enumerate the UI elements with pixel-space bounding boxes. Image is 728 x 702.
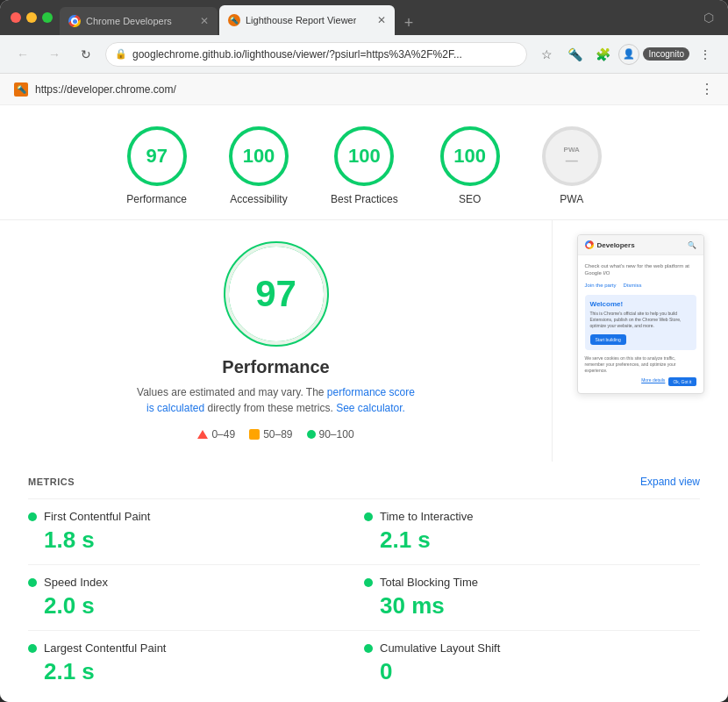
legend-green: 90–100 (307, 428, 354, 441)
score-performance[interactable]: 97 Performance (126, 126, 187, 205)
metric-si: Speed Index 2.0 s (28, 564, 364, 630)
desc-text: Values are estimated and may vary. The (137, 386, 327, 398)
page-favicon: 🔦 (14, 82, 28, 97)
screenshot-site-title: Developers (597, 241, 635, 249)
metrics-grid: First Contentful Paint 1.8 s Time to Int… (28, 498, 700, 696)
page-url-menu-icon[interactable]: ⋮ (700, 81, 714, 97)
screenshot-chrome-icon (585, 240, 594, 249)
lcp-status-dot (28, 644, 37, 653)
legend-green-icon (307, 430, 316, 439)
extension1-button[interactable]: 🔦 (562, 42, 587, 67)
best-practices-circle: 100 (334, 126, 394, 186)
tab2-label: Lighthouse Report Viewer (246, 15, 356, 25)
si-status-dot (28, 578, 37, 587)
metric-lcp: Largest Contentful Paint 2.1 s (28, 630, 364, 696)
new-tab-button[interactable]: + (396, 11, 421, 35)
metrics-header: METRICS Expand view (28, 462, 700, 498)
main-area: 97 Performance Values are estimated and … (0, 220, 728, 462)
tab2-close[interactable]: ✕ (377, 14, 386, 26)
score-best-practices[interactable]: 100 Best Practices (331, 126, 398, 205)
metric-tti: Time to Interactive 2.1 s (364, 498, 700, 564)
pwa-circle: PWA — (542, 126, 602, 186)
cls-status-dot (364, 644, 373, 653)
seo-score: 100 (453, 145, 486, 168)
screenshot-mockup: Developers 🔍 Check out what's new for th… (577, 234, 704, 394)
si-value: 2.0 s (28, 592, 364, 620)
screenshot-start-btn[interactable]: Start building (590, 334, 626, 345)
screenshot-cookie-actions: More details Ok, Got it (585, 377, 696, 386)
legend-red-icon (197, 430, 208, 439)
back-button[interactable]: ← (11, 42, 35, 67)
tbt-value: 30 ms (364, 592, 700, 620)
restore-icon[interactable]: ⬡ (700, 9, 717, 26)
tab1-close[interactable]: ✕ (200, 15, 209, 27)
profile-button[interactable]: 👤 (618, 44, 639, 65)
desc-mid: directly from these metrics. (204, 402, 336, 414)
accessibility-circle: 100 (229, 126, 289, 186)
screenshot-link1[interactable]: Join the party (585, 283, 617, 288)
screenshot-welcome-box: Welcome! This is Chrome's official site … (585, 295, 696, 350)
left-panel: 97 Performance Values are estimated and … (0, 220, 553, 462)
legend-red-range: 0–49 (211, 428, 235, 441)
cls-name: Cumulative Layout Shift (380, 641, 500, 655)
page-url-text: https://developer.chrome.com/ (35, 83, 176, 96)
tab-lighthouse[interactable]: 🔦 Lighthouse Report Viewer ✕ (219, 5, 395, 35)
performance-circle: 97 (127, 126, 187, 186)
lighthouse-favicon: 🔦 (228, 14, 240, 26)
bookmark-button[interactable]: ☆ (534, 42, 559, 67)
best-practices-label: Best Practices (331, 193, 398, 205)
nav-bar: ← → ↻ 🔒 googlechrome.github.io/lighthous… (0, 35, 728, 74)
performance-description: Values are estimated and may vary. The p… (136, 384, 417, 416)
close-button[interactable] (11, 12, 21, 23)
menu-button[interactable]: ⋮ (693, 42, 717, 67)
tti-name: Time to Interactive (380, 510, 473, 523)
metric-tbt: Total Blocking Time 30 ms (364, 564, 700, 630)
score-accessibility[interactable]: 100 Accessibility (229, 126, 289, 205)
nav-actions: ☆ 🔦 🧩 👤 Incognito ⋮ (534, 42, 717, 67)
screenshot-link2[interactable]: Dismiss (624, 283, 642, 288)
screenshot-content: Check out what's new for the web platfor… (578, 255, 703, 393)
metrics-section: METRICS Expand view First Contentful Pai… (0, 462, 728, 702)
lcp-name: Largest Contentful Paint (44, 641, 166, 655)
score-seo[interactable]: 100 SEO (440, 126, 500, 205)
screenshot-header: Developers 🔍 (578, 235, 703, 255)
screenshot-ok-btn[interactable]: Ok, Got it (668, 377, 696, 386)
minimize-button[interactable] (26, 12, 37, 23)
screenshot-welcome-title: Welcome! (590, 300, 691, 308)
seo-label: SEO (459, 193, 481, 205)
address-bar[interactable]: 🔒 googlechrome.github.io/lighthouse/view… (105, 42, 527, 67)
screenshot-cookie-text: We serve cookies on this site to analyze… (585, 355, 696, 374)
reload-button[interactable]: ↻ (74, 42, 98, 67)
screenshot-more-details[interactable]: More details (641, 377, 665, 386)
desc-link2: See calculator. (336, 402, 405, 414)
metric-fcp: First Contentful Paint 1.8 s (28, 498, 364, 564)
seo-circle: 100 (440, 126, 500, 186)
expand-view-button[interactable]: Expand view (640, 476, 700, 488)
chrome-favicon (68, 15, 81, 27)
metric-cls: Cumulative Layout Shift 0 (364, 630, 700, 696)
big-score-circle: 97 (224, 241, 329, 347)
calculator-link[interactable]: See calculator. (336, 402, 405, 414)
legend-red: 0–49 (197, 428, 235, 441)
tab-chrome-developers[interactable]: Chrome Developers ✕ (60, 7, 218, 35)
legend-orange-range: 50–89 (263, 428, 292, 441)
right-panel: Developers 🔍 Check out what's new for th… (553, 220, 728, 462)
performance-title: Performance (222, 357, 329, 377)
best-practices-score: 100 (348, 145, 381, 168)
legend-orange: 50–89 (249, 428, 292, 441)
si-name: Speed Index (44, 576, 108, 589)
metrics-label: METRICS (28, 476, 75, 487)
screenshot-search-icon: 🔍 (688, 241, 696, 249)
tbt-name: Total Blocking Time (380, 576, 478, 589)
accessibility-label: Accessibility (230, 193, 287, 205)
screenshot-welcome-text: This is Chrome's official site to help y… (590, 311, 691, 329)
maximize-button[interactable] (42, 12, 53, 23)
score-pwa[interactable]: PWA — PWA (542, 126, 602, 205)
forward-button[interactable]: → (42, 42, 67, 67)
page-content: 🔦 https://developer.chrome.com/ ⋮ 97 Per… (0, 74, 728, 702)
lock-icon: 🔒 (115, 48, 127, 60)
scores-section: 97 Performance 100 Accessibility 100 Bes… (0, 105, 728, 220)
extension2-button[interactable]: 🧩 (590, 42, 615, 67)
page-url-bar: 🔦 https://developer.chrome.com/ ⋮ (0, 74, 728, 105)
fcp-status-dot (28, 512, 37, 521)
